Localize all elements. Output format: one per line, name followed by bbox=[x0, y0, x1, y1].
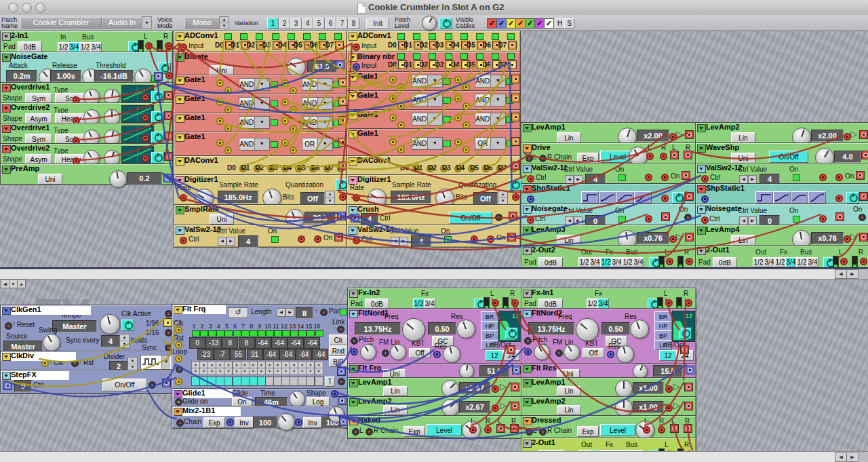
button[interactable]: 1/2 bbox=[774, 257, 786, 267]
value-display[interactable]: x0.76 bbox=[811, 232, 844, 244]
value-display[interactable]: 13.75Hz bbox=[528, 322, 574, 335]
step-gate-cell[interactable] bbox=[191, 377, 200, 386]
step-down-button[interactable]: ▼ bbox=[281, 368, 290, 375]
module-collapse-button[interactable] bbox=[176, 77, 184, 85]
module-levamp2-b[interactable]: LevAmp2Linx2.00▷ bbox=[695, 122, 868, 144]
module-noisegate-a[interactable]: NoisegateCtrlCtrl Value◀▶0OnOn bbox=[521, 204, 696, 226]
module-collapse-button[interactable] bbox=[2, 84, 11, 92]
knob[interactable] bbox=[402, 318, 425, 341]
module-shpstatic-b[interactable]: ShpStatic1 bbox=[695, 183, 868, 205]
module-collapse-button[interactable] bbox=[349, 130, 357, 138]
variation-button-6[interactable]: 6 bbox=[325, 18, 336, 29]
cable-port[interactable] bbox=[281, 139, 289, 147]
dropdown[interactable]: AND▼ bbox=[412, 137, 443, 150]
step-value[interactable]: -64 bbox=[288, 337, 304, 349]
cable-port[interactable] bbox=[835, 174, 843, 181]
module-bitrate[interactable]: BitrateUni61.0 bbox=[174, 52, 347, 76]
knob[interactable] bbox=[443, 345, 460, 363]
module-collapse-button[interactable] bbox=[523, 206, 532, 214]
button[interactable]: On/Off bbox=[449, 212, 492, 224]
radio-port[interactable] bbox=[684, 214, 692, 221]
module-collapse-button[interactable] bbox=[176, 227, 184, 235]
module-collapse-button[interactable] bbox=[523, 227, 532, 235]
module-gate1-a2[interactable]: Gate1AND▼AND▼ bbox=[174, 94, 347, 114]
value-display[interactable]: 51.0 bbox=[479, 365, 509, 377]
button[interactable]: 3/4 bbox=[90, 42, 102, 52]
dropdown-arrow-icon[interactable]: ▼ bbox=[254, 79, 270, 90]
cable-port[interactable] bbox=[165, 72, 173, 79]
button[interactable]: 3/4 bbox=[807, 257, 818, 267]
power-button[interactable] bbox=[151, 132, 164, 143]
value-display[interactable]: x2.67 bbox=[459, 382, 490, 394]
cable-port[interactable] bbox=[859, 233, 868, 242]
value-display[interactable]: 4 bbox=[238, 235, 258, 248]
radio-port[interactable] bbox=[337, 326, 344, 333]
button[interactable]: 1/2 bbox=[753, 257, 764, 267]
cable-port[interactable] bbox=[658, 426, 665, 434]
knob[interactable] bbox=[441, 399, 459, 417]
module-collapse-button[interactable] bbox=[697, 124, 706, 132]
cable-port[interactable] bbox=[337, 367, 346, 376]
module-collapse-button[interactable] bbox=[523, 247, 532, 255]
cable-port[interactable] bbox=[165, 42, 172, 50]
cable-port[interactable] bbox=[334, 233, 343, 242]
module-collapse-button[interactable] bbox=[176, 134, 184, 142]
voice-mode-value[interactable]: Mono bbox=[184, 17, 220, 28]
cable-port[interactable] bbox=[492, 404, 499, 412]
step-down-button[interactable]: ▼ bbox=[290, 368, 298, 375]
cable-port[interactable] bbox=[661, 195, 669, 202]
module-overdrive2-a[interactable]: Overdrive2ShapeAsymTypeHeavy bbox=[0, 102, 173, 124]
module-collapse-button[interactable] bbox=[174, 390, 182, 398]
value-display[interactable]: 0.2 bbox=[127, 172, 162, 185]
module-collapse-button[interactable] bbox=[523, 145, 532, 153]
radio-port[interactable] bbox=[149, 381, 156, 389]
power-button[interactable] bbox=[679, 328, 692, 339]
power-button[interactable] bbox=[505, 328, 518, 339]
button[interactable]: Off bbox=[409, 348, 431, 358]
cable-port[interactable] bbox=[527, 195, 534, 203]
module-valsw2-12[interactable]: ValSw2-12CtrlCtrl Value◀▶4OnOn bbox=[695, 163, 868, 185]
step-down-button[interactable]: ▼ bbox=[306, 368, 315, 375]
module-clkgen1[interactable]: ClkGen1↑ResetTempoMasterClk Active1/961/… bbox=[0, 305, 173, 352]
button[interactable]: 1/2 bbox=[578, 257, 590, 267]
module-fltnord1[interactable]: FltNord1Freq13.75Hz0.50ResGCBRHPBPLP12dB… bbox=[347, 308, 522, 365]
cable-port[interactable] bbox=[680, 345, 689, 354]
module-collapse-button[interactable] bbox=[349, 111, 357, 119]
value-display[interactable]: 13.75Hz bbox=[355, 322, 401, 335]
dropdown-arrow-icon[interactable]: ▼ bbox=[254, 138, 270, 150]
module-collapse-button[interactable] bbox=[349, 398, 358, 406]
button[interactable]: 3/4 bbox=[597, 299, 609, 309]
step-down-button[interactable]: ▼ bbox=[208, 368, 216, 375]
value-display[interactable]: 0.2m bbox=[6, 70, 37, 82]
module-collapse-button[interactable] bbox=[523, 185, 532, 193]
cable-port[interactable] bbox=[216, 98, 224, 106]
cable-port[interactable] bbox=[684, 151, 692, 159]
power-button[interactable] bbox=[151, 111, 164, 123]
shape-button[interactable] bbox=[616, 191, 634, 204]
cable-port[interactable] bbox=[339, 193, 347, 201]
value-display[interactable]: 4 bbox=[101, 335, 120, 347]
fx-hscroll-right-button[interactable]: ▶ bbox=[846, 453, 859, 462]
radio-port[interactable] bbox=[351, 337, 358, 345]
button[interactable]: BiP bbox=[329, 356, 348, 367]
voice-mode-stepper[interactable]: ▲▼ bbox=[219, 16, 229, 29]
radio-port[interactable] bbox=[859, 214, 866, 221]
cable-port[interactable] bbox=[496, 424, 505, 433]
shape-button[interactable] bbox=[808, 191, 826, 204]
cable-port[interactable] bbox=[389, 138, 397, 146]
cable-port[interactable] bbox=[511, 137, 520, 146]
module-dressed[interactable]: DressedLR ChainExpLevelLRLR bbox=[521, 415, 696, 439]
cable-port[interactable] bbox=[819, 174, 827, 181]
module-fltnord2[interactable]: FltNord2Freq13.75Hz0.50ResGCBRHPBPLP12dB… bbox=[521, 308, 696, 365]
button[interactable]: Uni bbox=[210, 214, 234, 225]
cable-port[interactable] bbox=[353, 43, 360, 51]
slot-select-arrow-icon[interactable]: ▼ bbox=[142, 16, 152, 29]
module-smplrate[interactable]: SmplRateUni38.5 bbox=[174, 204, 347, 226]
cable-port[interactable] bbox=[684, 402, 693, 410]
knob[interactable] bbox=[456, 320, 475, 339]
module-collapse-button[interactable] bbox=[2, 125, 11, 133]
button[interactable]: 1/2 bbox=[622, 257, 633, 267]
module-daconv-a[interactable]: DAConv1D0D1D2D3D4D5D6D7 bbox=[174, 155, 347, 176]
button[interactable]: 1/2 bbox=[58, 42, 69, 52]
variation-button-8[interactable]: 8 bbox=[348, 18, 359, 29]
